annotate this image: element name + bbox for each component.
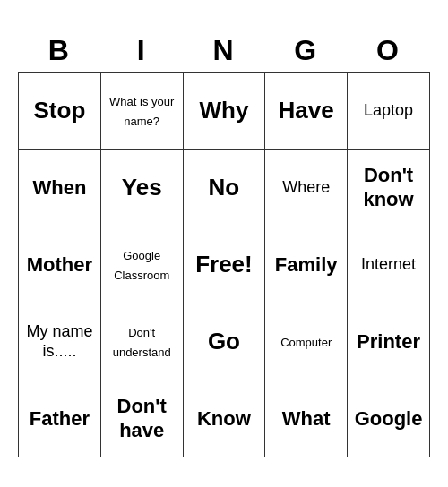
header-letter-N: N bbox=[183, 30, 265, 73]
bingo-cell-2-1: Google Classroom bbox=[100, 226, 183, 303]
bingo-cell-4-1: Don't have bbox=[100, 380, 183, 457]
bingo-card: BINGO StopWhat is your name?WhyHaveLapto… bbox=[18, 30, 430, 458]
bingo-cell-2-0: Mother bbox=[19, 226, 101, 303]
bingo-cell-3-4: Printer bbox=[348, 303, 430, 380]
bingo-cell-3-0: My name is..... bbox=[19, 303, 101, 380]
bingo-cell-4-0: Father bbox=[19, 380, 101, 457]
bingo-cell-1-2: No bbox=[183, 150, 265, 226]
bingo-cell-1-4: Don't know bbox=[348, 150, 430, 226]
bingo-cell-3-2: Go bbox=[183, 303, 265, 380]
bingo-cell-2-2: Free! bbox=[183, 226, 265, 303]
bingo-cell-4-3: What bbox=[265, 380, 348, 457]
bingo-row-2: MotherGoogle ClassroomFree!FamilyInterne… bbox=[19, 226, 430, 303]
bingo-cell-0-1: What is your name? bbox=[100, 73, 183, 150]
header-letter-G: G bbox=[265, 30, 348, 73]
bingo-cell-0-3: Have bbox=[265, 73, 348, 150]
bingo-cell-3-3: Computer bbox=[265, 303, 348, 380]
bingo-cell-0-2: Why bbox=[183, 73, 265, 150]
bingo-row-4: FatherDon't haveKnowWhatGoogle bbox=[19, 380, 430, 457]
bingo-row-0: StopWhat is your name?WhyHaveLaptop bbox=[19, 73, 430, 150]
bingo-cell-4-4: Google bbox=[348, 380, 430, 457]
bingo-cell-1-3: Where bbox=[265, 150, 348, 226]
bingo-row-1: WhenYesNoWhereDon't know bbox=[19, 150, 430, 226]
header-letter-B: B bbox=[19, 30, 101, 73]
header-letter-I: I bbox=[100, 30, 183, 73]
bingo-cell-4-2: Know bbox=[183, 380, 265, 457]
bingo-cell-1-0: When bbox=[19, 150, 101, 226]
bingo-cell-3-1: Don't understand bbox=[100, 303, 183, 380]
bingo-cell-2-3: Family bbox=[265, 226, 348, 303]
bingo-cell-0-4: Laptop bbox=[348, 73, 430, 150]
header-letter-O: O bbox=[348, 30, 430, 73]
bingo-cell-1-1: Yes bbox=[100, 150, 183, 226]
bingo-cell-0-0: Stop bbox=[19, 73, 101, 150]
bingo-row-3: My name is.....Don't understandGoCompute… bbox=[19, 303, 430, 380]
bingo-cell-2-4: Internet bbox=[348, 226, 430, 303]
bingo-header-row: BINGO bbox=[19, 30, 430, 73]
